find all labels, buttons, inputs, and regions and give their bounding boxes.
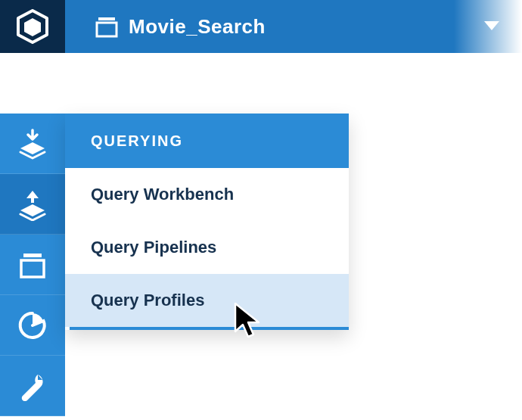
flyout-item-label: Query Workbench: [91, 185, 234, 204]
hexagon-logo-icon: [17, 9, 48, 44]
pie-chart-icon: [17, 310, 48, 341]
layers-down-icon: [16, 127, 49, 160]
svg-marker-1: [24, 18, 41, 36]
flyout-title: QUERYING: [91, 132, 183, 150]
sidebar-item-analytics[interactable]: [0, 295, 65, 356]
app-title: Movie_Search: [129, 15, 484, 39]
flyout-item-label: Query Profiles: [91, 291, 204, 310]
svg-marker-5: [20, 142, 45, 154]
sidebar-spacer: [0, 53, 65, 114]
svg-rect-3: [97, 23, 117, 36]
app-selector[interactable]: Movie_Search: [65, 0, 522, 53]
sidebar-item-settings[interactable]: [0, 356, 65, 416]
svg-rect-9: [21, 260, 44, 277]
app-logo[interactable]: [0, 0, 65, 53]
app-stack-icon: [95, 15, 118, 38]
sidebar-item-collections[interactable]: [0, 235, 65, 295]
svg-marker-4: [484, 21, 499, 30]
wrench-icon: [17, 371, 48, 401]
flyout-item-label: Query Pipelines: [91, 238, 216, 257]
sidebar-item-ingest[interactable]: [0, 114, 65, 174]
flyout-underline: [70, 327, 349, 330]
svg-marker-7: [20, 204, 45, 216]
stack-box-icon: [18, 250, 47, 279]
svg-rect-2: [98, 17, 115, 20]
svg-rect-8: [23, 254, 42, 257]
flyout-item-query-workbench[interactable]: Query Workbench: [65, 168, 349, 221]
svg-marker-6: [26, 191, 39, 203]
flyout-header: QUERYING: [65, 114, 349, 168]
flyout-item-query-pipelines[interactable]: Query Pipelines: [65, 221, 349, 274]
sidebar-item-querying[interactable]: [0, 174, 65, 235]
flyout-item-query-profiles[interactable]: Query Profiles: [65, 274, 349, 327]
querying-flyout: QUERYING Query Workbench Query Pipelines…: [65, 114, 349, 330]
layers-up-icon: [16, 188, 49, 221]
chevron-down-icon: [484, 21, 499, 32]
sidebar: [0, 53, 65, 416]
